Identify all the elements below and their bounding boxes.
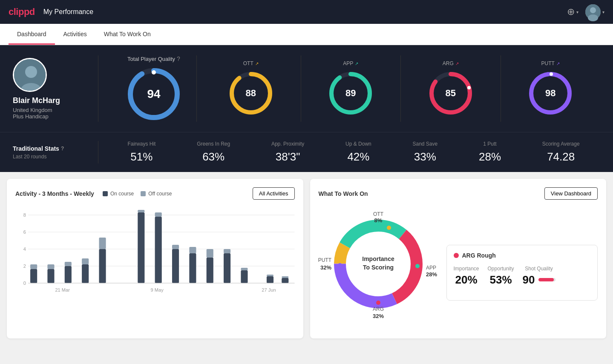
svg-rect-32 — [47, 269, 54, 283]
trad-stats-title: Traditional Stats ? — [13, 145, 98, 152]
svg-rect-39 — [99, 238, 106, 249]
svg-text:32%: 32% — [372, 313, 383, 319]
putt-value: 98 — [545, 88, 555, 99]
svg-rect-36 — [82, 264, 89, 283]
svg-rect-54 — [267, 276, 273, 283]
info-metric-importance: Importance 20% — [454, 266, 479, 287]
chart-legend: On course Off course — [103, 191, 172, 197]
app-ring: 89 — [327, 70, 374, 117]
svg-rect-46 — [189, 253, 196, 283]
svg-rect-40 — [138, 212, 144, 283]
trad-values: Fairways Hit 51% Greens In Reg 63% App. … — [98, 141, 600, 163]
svg-text:ARG: ARG — [372, 306, 383, 312]
total-quality-value: 94 — [147, 87, 160, 101]
info-metrics: Importance 20% Opportunity 53% Shot Qual… — [454, 266, 591, 287]
svg-rect-34 — [65, 266, 72, 283]
add-button[interactable]: ⊕ ▾ — [567, 6, 578, 17]
trad-stat-sandsave: Sand Save 33% — [413, 141, 438, 163]
info-metric-shotquality: Shot Quality 90 — [523, 266, 555, 287]
help-icon[interactable]: ? — [177, 55, 180, 62]
info-dot — [454, 253, 459, 258]
trad-stats-label: Traditional Stats ? Last 20 rounds — [13, 145, 98, 160]
cat-stat-arg: ARG↗ 85 — [401, 55, 501, 122]
svg-point-73 — [415, 264, 420, 268]
putt-ring: 98 — [527, 70, 574, 117]
chevron-down-icon-user: ▾ — [602, 10, 604, 14]
trad-help-icon[interactable]: ? — [61, 146, 64, 152]
cat-stat-app: APP↗ 89 — [301, 55, 401, 122]
chevron-down-icon: ▾ — [576, 10, 578, 14]
svg-rect-41 — [138, 210, 144, 212]
svg-text:To Scoring: To Scoring — [363, 264, 393, 271]
svg-text:8%: 8% — [374, 217, 382, 224]
work-content: Importance To Scoring OTT 8% APP 28% ARG — [319, 206, 598, 330]
donut-chart-svg: Importance To Scoring OTT 8% APP 28% ARG — [319, 206, 438, 321]
svg-rect-55 — [267, 275, 273, 276]
svg-rect-30 — [30, 269, 37, 283]
chart-card-header: Activity - 3 Months - Weekly On course O… — [15, 187, 295, 200]
player-avatar — [13, 58, 47, 92]
logo[interactable]: clippd — [9, 6, 35, 17]
trad-stat-1putt: 1 Putt 28% — [479, 141, 501, 163]
svg-text:Importance: Importance — [362, 255, 394, 262]
svg-text:0: 0 — [23, 281, 26, 286]
svg-rect-53 — [241, 268, 248, 270]
legend-off-course-dot — [141, 191, 146, 196]
svg-text:27 Jun: 27 Jun — [262, 287, 276, 292]
svg-text:2: 2 — [23, 264, 26, 269]
stats-section: Total Player Quality ? 94 OTT↗ — [98, 55, 600, 122]
activity-chart-card: Activity - 3 Months - Weekly On course O… — [7, 179, 303, 338]
svg-rect-52 — [241, 270, 248, 283]
view-dashboard-button[interactable]: View Dashboard — [544, 187, 598, 200]
svg-rect-43 — [155, 212, 162, 217]
total-quality: Total Player Quality ? 94 — [111, 55, 196, 122]
svg-text:9 May: 9 May — [151, 287, 164, 292]
svg-text:6: 6 — [23, 229, 26, 235]
svg-text:4: 4 — [23, 246, 26, 252]
category-stats: OTT↗ 88 APP↗ — [196, 55, 600, 122]
player-banner: Blair McHarg United Kingdom Plus Handica… — [0, 45, 613, 132]
work-card-header: What To Work On View Dashboard — [319, 187, 598, 200]
svg-rect-48 — [207, 258, 213, 283]
svg-point-70 — [387, 226, 391, 230]
trad-stat-greens: Greens In Reg 63% — [197, 141, 230, 163]
tab-dashboard[interactable]: Dashboard — [9, 24, 55, 45]
all-activities-button[interactable]: All Activities — [253, 187, 295, 200]
arg-value: 85 — [446, 88, 456, 99]
svg-point-16 — [467, 86, 471, 89]
legend-on-course-dot — [103, 191, 108, 196]
user-menu[interactable]: ▾ — [585, 4, 604, 20]
trad-stat-updown: Up & Down 42% — [345, 141, 371, 163]
player-country: United Kingdom — [13, 107, 52, 113]
work-on-card: What To Work On View Dashboard — [310, 179, 607, 338]
svg-text:32%: 32% — [320, 264, 331, 271]
tab-what-to-work-on[interactable]: What To Work On — [95, 24, 159, 45]
svg-rect-33 — [47, 264, 54, 269]
bar-chart-svg: 0 2 4 6 8 — [28, 206, 295, 300]
svg-point-19 — [550, 72, 553, 76]
svg-rect-49 — [207, 249, 213, 258]
nav-tabs: Dashboard Activities What To Work On — [0, 24, 613, 45]
trad-stats-sublabel: Last 20 rounds — [13, 154, 98, 160]
total-quality-label: Total Player Quality ? — [127, 55, 180, 62]
app-label: APP↗ — [343, 60, 358, 66]
svg-point-13 — [368, 92, 371, 95]
bottom-section: Activity - 3 Months - Weekly On course O… — [0, 172, 613, 345]
player-info: Blair McHarg United Kingdom Plus Handica… — [13, 58, 98, 120]
ott-label: OTT↗ — [243, 60, 259, 66]
chart-title: Activity - 3 Months - Weekly — [15, 190, 94, 197]
svg-rect-51 — [224, 249, 230, 253]
info-panel: ARG Rough Importance 20% Opportunity 53%… — [446, 245, 598, 301]
svg-rect-44 — [172, 249, 179, 283]
total-quality-ring: 94 — [126, 66, 181, 122]
tab-activities[interactable]: Activities — [55, 24, 95, 45]
svg-rect-57 — [282, 276, 288, 278]
traditional-stats: Traditional Stats ? Last 20 rounds Fairw… — [0, 132, 613, 172]
svg-text:PUTT: PUTT — [318, 257, 331, 263]
header: clippd My Performance ⊕ ▾ ▾ — [0, 0, 613, 24]
trad-stat-fairways: Fairways Hit 51% — [127, 141, 155, 163]
ott-value: 88 — [246, 88, 256, 99]
player-handicap: Plus Handicap — [13, 113, 49, 120]
cat-stat-ott: OTT↗ 88 — [201, 55, 301, 122]
svg-rect-50 — [224, 253, 230, 283]
